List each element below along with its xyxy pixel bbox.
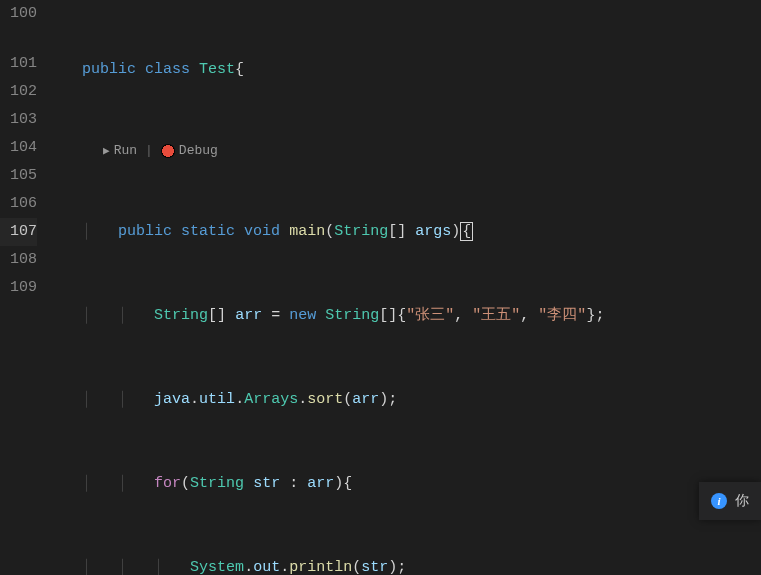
line-number: 105 (0, 162, 37, 190)
code-editor[interactable]: 100 101 102 103 104 105 106 107 108 109 … (0, 0, 761, 575)
ladybug-icon (161, 144, 175, 158)
line-number: 103 (0, 106, 37, 134)
line-number: 104 (0, 134, 37, 162)
codelens-run[interactable]: Run (114, 137, 137, 165)
info-icon: i (711, 493, 727, 509)
codelens: ▶Run|Debug (55, 140, 761, 162)
code-line[interactable]: │ public static void main(String[] args)… (55, 218, 761, 246)
code-line[interactable]: │ │ String[] arr = new String[]{"张三", "王… (55, 302, 761, 330)
code-line[interactable]: │ │ │ System.out.println(str); (55, 554, 761, 575)
line-number: 101 (0, 50, 37, 78)
line-number: 100 (0, 0, 37, 28)
code-line[interactable]: │ │ for(String str : arr){ (55, 470, 761, 498)
play-icon: ▶ (103, 137, 110, 165)
notification-text: 你 (735, 492, 749, 510)
code-line[interactable]: │ │ java.util.Arrays.sort(arr); (55, 386, 761, 414)
line-number: 106 (0, 190, 37, 218)
notification-toast[interactable]: i 你 (699, 482, 761, 520)
code-area[interactable]: public class Test{ ▶Run|Debug │ public s… (55, 0, 761, 575)
code-line[interactable]: public class Test{ (55, 56, 761, 84)
line-number: 108 (0, 246, 37, 274)
line-number-current: 107 (0, 218, 37, 246)
line-gutter: 100 101 102 103 104 105 106 107 108 109 (0, 0, 55, 575)
line-number: 102 (0, 78, 37, 106)
codelens-debug[interactable]: Debug (179, 137, 218, 165)
line-number: 109 (0, 274, 37, 302)
